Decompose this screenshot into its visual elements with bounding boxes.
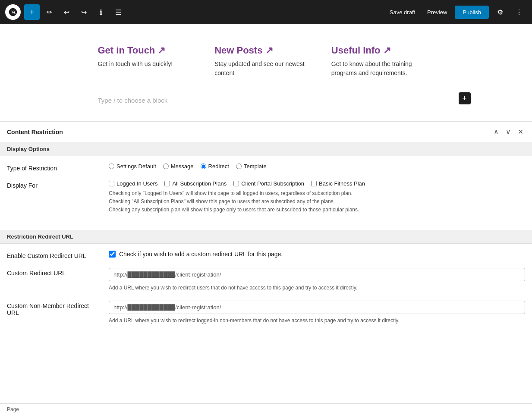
radio-message-label: Message [171, 163, 194, 170]
display-options-grid: Type of Restriction Settings Default Mes… [0, 156, 532, 230]
type-of-restriction-options: Settings Default Message Redirect Templa… [109, 163, 525, 170]
preview-button[interactable]: Preview [423, 6, 451, 18]
edit-button[interactable]: ✏ [41, 4, 57, 20]
radio-redirect-input[interactable] [201, 163, 206, 169]
enable-custom-redirect-control: Check if you wish to add a custom redire… [109, 251, 525, 258]
radio-template[interactable]: Template [236, 163, 267, 170]
panel-collapse-down-button[interactable]: ∨ [504, 127, 513, 137]
col-desc-new-posts: Stay updated and see our newest content [214, 60, 318, 78]
radio-template-input[interactable] [236, 163, 242, 169]
display-for-options: Logged In Users All Subscription Plans C… [109, 180, 525, 214]
checkbox-client-portal-input[interactable] [233, 181, 239, 186]
radio-redirect-label: Redirect [208, 163, 229, 170]
display-for-checkboxes: Logged In Users All Subscription Plans C… [109, 180, 525, 187]
custom-redirect-url-input[interactable] [109, 268, 525, 281]
wp-logo-icon [8, 7, 18, 17]
type-of-restriction-row: Type of Restriction Settings Default Mes… [7, 163, 525, 172]
checkbox-basic-fitness-label: Basic Fitness Plan [319, 180, 365, 187]
display-for-label: Display For [7, 180, 102, 189]
add-block-button[interactable]: + [24, 4, 40, 20]
checkbox-client-portal-label: Client Portal Subscription [241, 180, 304, 187]
block-placeholder-area: Type / to choose a block + [98, 91, 434, 109]
help-text-3: Checking any subscription plan will show… [109, 206, 525, 214]
block-placeholder-text: Type / to choose a block [98, 91, 434, 109]
wordpress-logo [5, 4, 21, 20]
panel-title: Content Restriction [7, 129, 63, 135]
help-text-2: Checking "All Subscription Plans" will s… [109, 198, 525, 206]
checkbox-basic-fitness[interactable]: Basic Fitness Plan [311, 180, 365, 187]
custom-redirect-url-field-group: Add a URL where you wish to redirect use… [109, 268, 525, 292]
radio-settings-default-label: Settings Default [116, 163, 156, 170]
help-text-1: Checking only "Logged In Users" will sho… [109, 189, 525, 198]
custom-non-member-input[interactable] [109, 301, 525, 314]
checkbox-logged-in-label: Logged In Users [116, 180, 157, 187]
enable-custom-redirect-row: Enable Custom Redirect URL Check if you … [7, 251, 525, 259]
editor-area: Get in Touch ↗ Get in touch with us quic… [72, 24, 460, 121]
redirect-options-grid: Enable Custom Redirect URL Check if you … [0, 244, 532, 340]
checkbox-basic-fitness-input[interactable] [311, 181, 317, 186]
save-draft-button[interactable]: Save draft [385, 6, 419, 18]
checkbox-logged-in[interactable]: Logged In Users [109, 180, 157, 187]
checkbox-client-portal[interactable]: Client Portal Subscription [233, 180, 304, 187]
panel-close-button[interactable]: ✕ [516, 127, 525, 137]
display-for-help-text: Checking only "Logged In Users" will sho… [109, 189, 525, 214]
custom-non-member-label: Custom Non-Member Redirect URL [7, 301, 102, 316]
restriction-redirect-header: Restriction Redirect URL [0, 230, 532, 244]
panel-header: Content Restriction ∧ ∨ ✕ [0, 122, 532, 142]
checkbox-all-plans-label: All Subscription Plans [172, 180, 227, 187]
col-title-new-posts: New Posts ↗ [214, 45, 318, 56]
column-get-in-touch: Get in Touch ↗ Get in touch with us quic… [98, 45, 201, 78]
undo-button[interactable]: ↩ [59, 4, 74, 20]
info-button[interactable]: ℹ [93, 4, 109, 20]
custom-redirect-url-help: Add a URL where you wish to redirect use… [109, 284, 525, 292]
column-new-posts: New Posts ↗ Stay updated and see our new… [214, 45, 318, 78]
toolbar-right: Save draft Preview Publish ⚙ ⋮ [385, 4, 527, 20]
radio-message[interactable]: Message [163, 163, 194, 170]
col-desc-useful-info: Get to know about the training programs … [331, 60, 434, 78]
three-columns-section: Get in Touch ↗ Get in touch with us quic… [98, 45, 434, 78]
column-useful-info: Useful Info ↗ Get to know about the trai… [331, 45, 434, 78]
col-title-useful-info: Useful Info ↗ [331, 45, 434, 56]
publish-button[interactable]: Publish [455, 6, 489, 19]
custom-redirect-url-row: Custom Redirect URL Add a URL where you … [7, 268, 525, 292]
checkbox-all-plans[interactable]: All Subscription Plans [164, 180, 227, 187]
radio-template-label: Template [244, 163, 267, 170]
toolbar: + ✏ ↩ ↪ ℹ ☰ Save draft Preview Publish ⚙… [0, 0, 532, 24]
panel-collapse-up-button[interactable]: ∧ [492, 127, 501, 137]
col-desc-get-in-touch: Get in touch with us quickly! [98, 60, 201, 69]
enable-custom-redirect-text: Check if you wish to add a custom redire… [119, 251, 283, 258]
more-options-button[interactable]: ⋮ [511, 4, 527, 20]
col-title-get-in-touch: Get in Touch ↗ [98, 45, 201, 56]
custom-non-member-help: Add a URL where you wish to redirect log… [109, 317, 525, 325]
custom-non-member-row: Custom Non-Member Redirect URL Add a URL… [7, 301, 525, 325]
bottom-panel: Content Restriction ∧ ∨ ✕ Display Option… [0, 121, 532, 340]
checkbox-logged-in-input[interactable] [109, 181, 114, 186]
display-options-header: Display Options [0, 142, 532, 156]
radio-message-input[interactable] [163, 163, 169, 169]
custom-non-member-field-group: Add a URL where you wish to redirect log… [109, 301, 525, 325]
checkbox-all-plans-input[interactable] [164, 181, 170, 186]
settings-button[interactable]: ⚙ [492, 4, 508, 20]
enable-custom-redirect-label: Enable Custom Redirect URL [7, 251, 102, 259]
display-for-row: Display For Logged In Users All Subscrip… [7, 180, 525, 214]
radio-settings-default-input[interactable] [109, 163, 114, 169]
custom-redirect-url-label: Custom Redirect URL [7, 268, 102, 277]
type-of-restriction-label: Type of Restriction [7, 163, 102, 172]
add-block-float-button[interactable]: + [459, 92, 471, 104]
radio-redirect[interactable]: Redirect [201, 163, 229, 170]
enable-custom-redirect-checkbox[interactable] [109, 251, 116, 258]
redo-button[interactable]: ↪ [76, 4, 91, 20]
radio-settings-default[interactable]: Settings Default [109, 163, 156, 170]
panel-controls: ∧ ∨ ✕ [492, 127, 525, 137]
tools-button[interactable]: ☰ [110, 4, 126, 20]
